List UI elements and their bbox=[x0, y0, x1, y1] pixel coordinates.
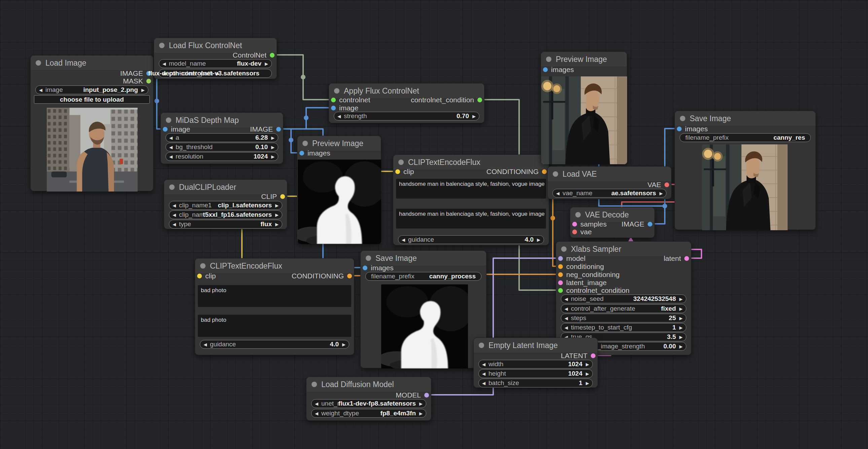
collapse-dot[interactable] bbox=[334, 88, 339, 94]
latent_image-input-slot[interactable] bbox=[558, 280, 563, 285]
ControlNet-output-slot[interactable] bbox=[270, 53, 275, 58]
MASK-output-slot[interactable] bbox=[146, 79, 151, 84]
increment-arrow-icon[interactable]: ▶ bbox=[271, 135, 275, 140]
decrement-arrow-icon[interactable]: ◀ bbox=[169, 154, 173, 159]
node-load-image[interactable]: Load ImageIMAGEMASK◀imageinput_pose_2.pn… bbox=[30, 55, 153, 191]
link-junction-dot[interactable] bbox=[154, 99, 159, 103]
collapse-dot[interactable] bbox=[398, 159, 404, 165]
node-graph-canvas[interactable]: Load ImageIMAGEMASK◀imageinput_pose_2.pn… bbox=[0, 0, 868, 449]
node-empty-latent-image[interactable]: Empty Latent ImageLATENT◀width1024▶◀heig… bbox=[473, 337, 598, 388]
vae-input-slot[interactable] bbox=[572, 230, 577, 234]
increment-arrow-icon[interactable]: ▶ bbox=[659, 191, 663, 196]
increment-arrow-icon[interactable]: ▶ bbox=[275, 203, 279, 208]
clip-input-slot[interactable] bbox=[395, 169, 400, 174]
VAE-output-slot[interactable] bbox=[664, 182, 669, 187]
widget-type[interactable]: ◀typeflux▶ bbox=[169, 220, 282, 229]
decrement-arrow-icon[interactable]: ◀ bbox=[173, 212, 176, 217]
latent-output-slot[interactable] bbox=[684, 256, 689, 261]
widget-timestep_to_start_cfg[interactable]: ◀timestep_to_start_cfg1▶ bbox=[561, 323, 686, 332]
increment-arrow-icon[interactable]: ▶ bbox=[537, 237, 540, 242]
collapse-dot[interactable] bbox=[680, 116, 685, 121]
increment-arrow-icon[interactable]: ▶ bbox=[271, 145, 275, 150]
link-junction-dot[interactable] bbox=[304, 115, 309, 120]
collapse-dot[interactable] bbox=[546, 57, 551, 62]
collapse-dot[interactable] bbox=[561, 246, 566, 252]
increment-arrow-icon[interactable]: ▶ bbox=[419, 401, 423, 406]
image-input-slot[interactable] bbox=[331, 106, 336, 111]
decrement-arrow-icon[interactable]: ◀ bbox=[337, 114, 341, 119]
prompt-textarea[interactable]: handsome man in balenciaga style, fashio… bbox=[396, 179, 546, 199]
widget-steps[interactable]: ◀steps25▶ bbox=[561, 314, 686, 323]
prompt-textarea[interactable]: bad photo bbox=[198, 285, 351, 307]
controlnet-input-slot[interactable] bbox=[331, 98, 336, 102]
increment-arrow-icon[interactable]: ▶ bbox=[679, 344, 683, 349]
widget-resolution[interactable]: ◀resolution1024▶ bbox=[165, 152, 278, 161]
widget-bg_threshold[interactable]: ◀bg_threshold0.10▶ bbox=[165, 143, 278, 151]
collapse-dot[interactable] bbox=[553, 171, 558, 177]
node-vae-decode[interactable]: VAE DecodesamplesvaeIMAGE bbox=[570, 207, 655, 238]
conditioning-input-slot[interactable] bbox=[558, 264, 563, 269]
widget-filename_prefix[interactable]: filename_prefixcanny_process bbox=[365, 272, 482, 281]
LATENT-output-slot[interactable] bbox=[591, 353, 595, 358]
CONDITIONING-output-slot[interactable] bbox=[542, 169, 547, 174]
collapse-dot[interactable] bbox=[159, 43, 164, 48]
node-apply-flux-controlnet[interactable]: Apply Flux ControlNetcontrolnetimagecont… bbox=[329, 83, 485, 123]
model-input-slot[interactable] bbox=[558, 256, 563, 261]
node-cliptextencodeflux-neg[interactable]: CLIPTextEncodeFluxclipCONDITIONINGbad ph… bbox=[195, 258, 354, 355]
choose-file-to-upload-button[interactable]: choose file to upload bbox=[34, 95, 150, 104]
increment-arrow-icon[interactable]: ▶ bbox=[679, 335, 683, 339]
widget-strength[interactable]: ◀strength0.70▶ bbox=[334, 112, 479, 120]
increment-arrow-icon[interactable]: ▶ bbox=[472, 114, 476, 119]
collapse-dot[interactable] bbox=[575, 212, 581, 217]
decrement-arrow-icon[interactable]: ◀ bbox=[482, 362, 486, 367]
decrement-arrow-icon[interactable]: ◀ bbox=[173, 222, 176, 227]
increment-arrow-icon[interactable]: ▶ bbox=[586, 362, 589, 367]
MODEL-output-slot[interactable] bbox=[424, 393, 429, 397]
node-cliptextencodeflux-pos[interactable]: CLIPTextEncodeFluxclipCONDITIONINGhandso… bbox=[393, 154, 549, 245]
CLIP-output-slot[interactable] bbox=[280, 194, 285, 199]
node-preview-image-depth[interactable]: Preview Imageimages bbox=[297, 136, 381, 244]
decrement-arrow-icon[interactable]: ◀ bbox=[482, 371, 486, 376]
widget-height[interactable]: ◀height1024▶ bbox=[478, 369, 593, 378]
node-dualcliploader[interactable]: DualCLIPLoaderCLIP◀clip_name1clip_l.safe… bbox=[164, 179, 287, 229]
images-input-slot[interactable] bbox=[300, 151, 304, 155]
decrement-arrow-icon[interactable]: ◀ bbox=[173, 203, 176, 208]
decrement-arrow-icon[interactable]: ◀ bbox=[204, 342, 207, 347]
increment-arrow-icon[interactable]: ▶ bbox=[679, 316, 683, 321]
increment-arrow-icon[interactable]: ▶ bbox=[419, 411, 423, 416]
decrement-arrow-icon[interactable]: ◀ bbox=[564, 325, 568, 330]
increment-arrow-icon[interactable]: ▶ bbox=[275, 222, 279, 227]
clip-input-slot[interactable] bbox=[197, 274, 202, 278]
node-load-diffusion-model[interactable]: Load Diffusion ModelMODEL◀unet_nameflux1… bbox=[306, 377, 431, 421]
node-load-flux-controlnet[interactable]: Load Flux ControlNetControlNet◀model_nam… bbox=[154, 38, 277, 79]
IMAGE-output-slot[interactable] bbox=[648, 222, 652, 227]
node-save-image-process[interactable]: Save Imageimagesfilename_prefixcanny_pro… bbox=[360, 250, 487, 368]
increment-arrow-icon[interactable]: ▶ bbox=[586, 381, 589, 386]
decrement-arrow-icon[interactable]: ◀ bbox=[564, 297, 568, 302]
link-junction-dot[interactable] bbox=[289, 138, 293, 142]
node-preview-image-result[interactable]: Preview Imageimages bbox=[541, 52, 627, 164]
node-save-image-result[interactable]: Save Imageimagesfilename_prefixcanny_res bbox=[675, 111, 816, 230]
collapse-dot[interactable] bbox=[166, 117, 171, 123]
decrement-arrow-icon[interactable]: ◀ bbox=[556, 191, 559, 196]
widget-vae_name[interactable]: ◀vae_nameae.safetensors▶ bbox=[552, 189, 666, 198]
prompt-textarea[interactable]: bad photo bbox=[198, 315, 351, 337]
widget-control_after_generate[interactable]: ◀control_after_generatefixed▶ bbox=[561, 304, 686, 313]
increment-arrow-icon[interactable]: ▶ bbox=[271, 154, 275, 159]
decrement-arrow-icon[interactable]: ◀ bbox=[402, 237, 405, 242]
samples-input-slot[interactable] bbox=[572, 222, 577, 227]
collapse-dot[interactable] bbox=[169, 184, 175, 190]
increment-arrow-icon[interactable]: ▶ bbox=[586, 371, 589, 376]
widget-clip_name2[interactable]: ◀clip_name2t5xxl_fp16.safetensors▶ bbox=[169, 210, 282, 219]
collapse-dot[interactable] bbox=[200, 263, 206, 269]
increment-arrow-icon[interactable]: ▶ bbox=[679, 325, 683, 330]
widget-unet_name[interactable]: ◀unet_nameflux1-dev-fp8.safetensors▶ bbox=[311, 399, 426, 408]
collapse-dot[interactable] bbox=[366, 256, 371, 261]
images-input-slot[interactable] bbox=[677, 126, 682, 131]
link-junction-dot[interactable] bbox=[301, 75, 306, 80]
decrement-arrow-icon[interactable]: ◀ bbox=[315, 411, 318, 416]
increment-arrow-icon[interactable]: ▶ bbox=[679, 297, 683, 302]
node-load-vae[interactable]: Load VAEVAE◀vae_nameae.safetensors▶ bbox=[547, 166, 672, 199]
widget-batch_size[interactable]: ◀batch_size1▶ bbox=[478, 379, 593, 387]
decrement-arrow-icon[interactable]: ◀ bbox=[564, 316, 568, 321]
